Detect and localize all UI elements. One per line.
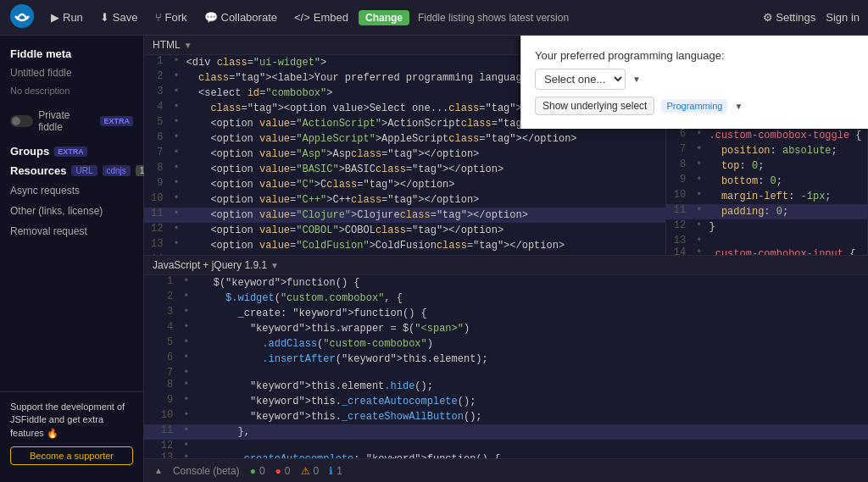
line-content[interactable]: "keyword">this._createShowAllButton();	[198, 409, 868, 424]
line-dot: •	[170, 55, 182, 70]
table-row: 7 •	[144, 367, 868, 379]
line-content[interactable]: _createAutocomplete: "keyword">function(…	[198, 452, 868, 458]
line-content[interactable]	[198, 440, 868, 452]
fiddle-listing-text: Fiddle listing shows latest version	[418, 12, 569, 24]
table-row: 12 • <option value="COBOL">COBOLclass="t…	[144, 223, 665, 238]
table-row: 9 • bottom: 0;	[666, 174, 867, 189]
line-content[interactable]	[706, 235, 867, 247]
line-content[interactable]: top: 0;	[706, 158, 867, 174]
line-dot: •	[170, 177, 182, 192]
groups-label: Groups	[10, 145, 49, 158]
collaborate-icon: 💬	[204, 11, 218, 24]
line-content[interactable]: <option value="BASIC">BASICclass="tag"><…	[183, 162, 666, 177]
line-dot: •	[180, 306, 198, 321]
line-content[interactable]: <option value="C">Cclass="tag"></option>	[183, 177, 666, 192]
line-dot: •	[180, 440, 198, 452]
error-dot: ●	[275, 465, 281, 477]
fork-button[interactable]: ⑂ Fork	[148, 7, 194, 28]
line-content[interactable]: padding: 0;	[706, 204, 867, 219]
async-requests-link[interactable]: Async requests	[0, 180, 143, 201]
table-row: 9 • <option value="C">Cclass="tag"></opt…	[144, 177, 665, 192]
line-number: 9	[144, 394, 180, 409]
table-row: 11 • },	[144, 424, 868, 440]
line-content[interactable]: position: absolute;	[706, 143, 867, 158]
save-button[interactable]: ⬇ Save	[93, 7, 145, 28]
signin-button[interactable]: Sign in	[826, 11, 860, 24]
line-dot: •	[693, 174, 705, 189]
line-content[interactable]: .custom-combobox-input {	[706, 247, 867, 255]
embed-icon: </>	[294, 11, 310, 24]
line-content[interactable]: <option value="C++">C++class="tag"></opt…	[183, 192, 666, 208]
logo	[8, 3, 36, 32]
change-badge: Change	[359, 10, 409, 25]
preview-language-select[interactable]: Select one...	[535, 69, 626, 90]
line-content[interactable]: .custom-combobox-toggle {	[706, 128, 867, 143]
line-number: 7	[666, 143, 693, 158]
line-content[interactable]: _create: "keyword">function() {	[198, 306, 868, 321]
table-row: 6 • <option value="AppleScript">AppleScr…	[144, 131, 665, 147]
line-dot: •	[170, 131, 182, 147]
resources-label: Resources	[10, 164, 66, 177]
line-content[interactable]: .insertAfter("keyword">this.element);	[198, 352, 868, 367]
run-button[interactable]: ▶ Run	[44, 7, 90, 28]
table-row: 12 •	[144, 440, 868, 452]
line-dot: •	[693, 235, 705, 247]
embed-button[interactable]: </> Embed	[287, 7, 355, 28]
line-number: 4	[144, 101, 170, 116]
supporter-button[interactable]: Become a supporter	[10, 446, 133, 465]
line-content[interactable]: }	[706, 219, 867, 235]
settings-button[interactable]: ⚙ Settings	[763, 11, 816, 24]
table-row: 8 • <option value="BASIC">BASICclass="ta…	[144, 162, 665, 177]
table-row: 14 • .custom-combobox-input {	[666, 247, 867, 255]
line-dot: •	[170, 208, 182, 223]
line-number: 2	[144, 70, 170, 86]
line-content[interactable]: $.widget("custom.combobox", {	[198, 291, 868, 306]
line-number: 8	[144, 379, 180, 394]
line-content[interactable]: "keyword">this.element.hide();	[198, 379, 868, 394]
table-row: 6 • .insertAfter("keyword">this.element)…	[144, 352, 868, 367]
info-count: 1	[337, 465, 342, 477]
other-links-link[interactable]: Other (links, license)	[0, 201, 143, 221]
line-content[interactable]: <option value="ColdFusion">ColdFusioncla…	[183, 238, 666, 253]
table-row: 13 • <option value="ColdFusion">ColdFusi…	[144, 238, 665, 253]
navbar: ▶ Run ⬇ Save ⑂ Fork 💬 Collaborate </> Em…	[0, 0, 868, 36]
line-content[interactable]: bottom: 0;	[706, 174, 867, 189]
table-row: 12 • }	[666, 219, 867, 235]
line-content[interactable]: <option value="AppleScript">AppleScriptc…	[183, 131, 666, 147]
table-row: 13 •	[666, 235, 867, 247]
line-content[interactable]: .addClass("custom-combobox")	[198, 336, 868, 352]
line-content[interactable]: },	[198, 424, 868, 440]
support-text: Support the development of JSFiddle and …	[10, 401, 133, 440]
show-underlying-select-button[interactable]: Show underlying select	[535, 97, 654, 115]
collaborate-button[interactable]: 💬 Collaborate	[198, 7, 285, 28]
fiddle-title-input[interactable]	[0, 65, 143, 84]
line-dot: •	[170, 147, 182, 162]
fiddle-desc-input[interactable]	[0, 84, 143, 104]
line-dot: •	[180, 321, 198, 336]
line-content[interactable]: margin-left: -1px;	[706, 189, 867, 204]
line-content[interactable]: "keyword">this._createAutocomplete();	[198, 394, 868, 409]
console-label[interactable]: Console (beta)	[173, 465, 240, 477]
js-code-scroll[interactable]: 1 • $("keyword">function() { 2 • $.widge…	[144, 275, 868, 458]
removal-request-link[interactable]: Removal request	[0, 221, 143, 241]
line-content[interactable]: $("keyword">function() {	[198, 275, 868, 291]
groups-extra-badge: EXTRA	[54, 147, 87, 157]
line-number: 14	[666, 247, 693, 255]
table-row: 10 • margin-left: -1px;	[666, 189, 867, 204]
line-content[interactable]	[198, 367, 868, 379]
line-content[interactable]: <option value="Clojure">Clojureclass="ta…	[183, 208, 666, 223]
line-number: 10	[666, 189, 693, 204]
js-panel-header[interactable]: JavaScript + jQuery 1.9.1 ▼	[144, 256, 868, 275]
line-dot: •	[693, 158, 705, 174]
line-number: 14	[144, 253, 170, 255]
line-content[interactable]: "keyword">this.wrapper = $("<span>")	[198, 321, 868, 336]
editors-top: HTML ▼ 1 • <div class="ui-widget"> 2 • c…	[144, 36, 868, 255]
ok-dot: ●	[250, 465, 256, 477]
private-toggle[interactable]	[10, 115, 33, 127]
preview-label: Your preferred programming language:	[535, 49, 854, 62]
line-content[interactable]: <option value="Erlang">Erlangclass="tag"…	[183, 253, 666, 255]
line-dot: •	[693, 247, 705, 255]
line-content[interactable]: <option value="Asp">Aspclass="tag"></opt…	[183, 147, 666, 162]
line-dot: •	[180, 336, 198, 352]
line-content[interactable]: <option value="COBOL">COBOLclass="tag"><…	[183, 223, 666, 238]
